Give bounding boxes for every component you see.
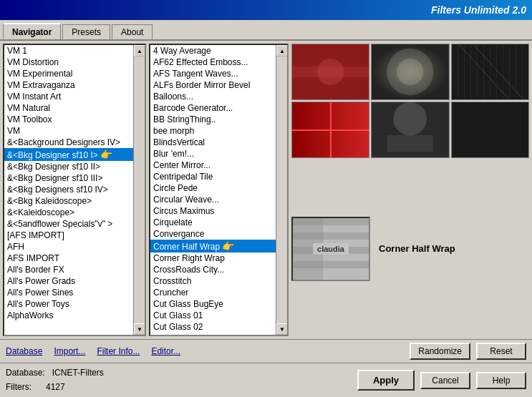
category-scrollbar[interactable]: ▲ ▼ <box>133 45 145 335</box>
preview-large-content: claudia <box>293 218 369 280</box>
randomize-button[interactable]: Randomize <box>410 343 470 360</box>
filter-item[interactable]: Circus Maximus <box>150 205 276 217</box>
filter-item[interactable]: Cut Glass 01 <box>150 310 276 321</box>
apply-button[interactable]: Apply <box>357 370 415 391</box>
category-list-panel: VM 1 VM Distortion VM Experimental VM Ex… <box>3 44 146 336</box>
preview-thumbnail-5 <box>371 102 449 158</box>
filter-item[interactable]: Cruncher <box>150 287 276 298</box>
filter-item[interactable]: Circular Weave... <box>150 194 276 205</box>
reset-button[interactable]: Reset <box>476 343 526 360</box>
list-item[interactable]: All's Power Toys <box>4 298 133 310</box>
status-bar: Database: ICNET-Filters Filters: 4127 Ap… <box>0 363 532 397</box>
list-item[interactable]: AFH <box>4 241 133 253</box>
tabs-bar: Navigator Presets About <box>0 20 532 41</box>
scroll-up-arrow[interactable]: ▲ <box>134 45 145 57</box>
preview-thumbnail-3 <box>451 44 529 100</box>
svg-rect-7 <box>452 44 528 99</box>
cancel-button[interactable]: Cancel <box>420 372 470 389</box>
list-item[interactable]: [AFS IMPORT] <box>4 230 133 241</box>
editor-link[interactable]: Editor... <box>151 346 180 356</box>
list-item[interactable]: VM 1 <box>4 45 133 57</box>
svg-point-2 <box>317 59 344 85</box>
preview-thumbnail-4 <box>291 102 369 158</box>
tab-presets[interactable]: Presets <box>62 24 110 39</box>
list-item[interactable]: All's Power Grads <box>4 275 133 287</box>
list-item[interactable]: &<Kaleidoscope> <box>4 207 133 218</box>
filter-item[interactable]: ALFs Border Mirror Bevel <box>150 79 276 91</box>
list-item[interactable]: AFS IMPORT <box>4 253 133 264</box>
scroll-up-arrow[interactable]: ▲ <box>276 45 287 57</box>
list-item[interactable]: VM Experimental <box>4 68 133 79</box>
filter-item[interactable]: BlindsVertical <box>150 137 276 148</box>
list-item[interactable]: &<Bkg Kaleidoscope> <box>4 195 133 207</box>
list-item[interactable]: All's Power Sines <box>4 287 133 298</box>
list-item[interactable]: VM Natural <box>4 102 133 114</box>
tab-navigator[interactable]: Navigator <box>3 23 61 39</box>
filter-item[interactable]: Center Mirror... <box>150 160 276 171</box>
filter-item[interactable]: AFS Tangent Waves... <box>150 68 276 79</box>
title-text: Filters Unlimited 2.0 <box>431 4 526 16</box>
list-item-selected[interactable]: &<Bkg Designer sf10 I> 👉 <box>4 148 133 161</box>
import-link[interactable]: Import... <box>54 346 85 356</box>
svg-line-8 <box>459 44 509 99</box>
database-link[interactable]: Database <box>6 346 42 356</box>
title-bar: Filters Unlimited 2.0 <box>0 0 532 20</box>
list-item[interactable]: All's Border FX <box>4 264 133 275</box>
svg-point-5 <box>397 59 423 85</box>
scroll-track[interactable] <box>276 57 287 323</box>
list-item[interactable]: &<Bkg Designer sf10 II> <box>4 161 133 172</box>
filter-item[interactable]: Circle Pede <box>150 182 276 194</box>
svg-rect-6 <box>452 44 528 99</box>
filter-item[interactable]: 4 Way Average <box>150 45 276 57</box>
filter-item[interactable]: BB StringThing.. <box>150 114 276 125</box>
filter-item[interactable]: Cut Glass 02 <box>150 321 276 333</box>
action-bar: Database Import... Filter Info... Editor… <box>0 339 532 363</box>
list-item[interactable]: VM Extravaganza <box>4 79 133 91</box>
filter-item[interactable]: Blur 'em!... <box>150 148 276 160</box>
svg-rect-16 <box>452 102 528 157</box>
filter-item[interactable]: Cut Glass BugEye <box>150 298 276 310</box>
help-button[interactable]: Help <box>476 372 526 389</box>
list-item[interactable]: VM Instant Art <box>4 91 133 102</box>
list-item[interactable]: &<Bkg Designers sf10 IV> <box>4 184 133 195</box>
filter-list[interactable]: 4 Way Average AF62 Effected Emboss... AF… <box>150 45 276 335</box>
svg-rect-15 <box>387 135 433 152</box>
filter-info-link[interactable]: Filter Info... <box>97 346 140 356</box>
list-item[interactable]: AlphaWorks <box>4 310 133 321</box>
main-container: Navigator Presets About VM 1 VM Distorti… <box>0 20 532 397</box>
category-scroll-container: VM 1 VM Distortion VM Experimental VM Ex… <box>4 45 145 335</box>
filter-item[interactable]: Convergance <box>150 228 276 240</box>
filter-item[interactable]: AF62 Effected Emboss... <box>150 57 276 68</box>
filter-item[interactable]: CrossRoads City... <box>150 264 276 275</box>
claudia-watermark: claudia <box>313 243 349 255</box>
filters-value: 4127 <box>46 382 65 392</box>
filter-list-panel: 4 Way Average AF62 Effected Emboss... AF… <box>149 44 289 336</box>
scroll-down-arrow[interactable]: ▼ <box>134 323 145 335</box>
filter-item[interactable]: Centripedal Tile <box>150 171 276 182</box>
list-item[interactable]: &<5andflower Specials"v" > <box>4 218 133 230</box>
filter-item[interactable]: Corner Right Wrap <box>150 253 276 264</box>
filter-item[interactable]: Balloons... <box>150 91 276 102</box>
list-item[interactable]: &<Bkg Designer sf10 III> <box>4 172 133 184</box>
database-status: Database: ICNET-Filters <box>6 366 104 380</box>
list-item[interactable]: VM Distortion <box>4 57 133 68</box>
filter-scrollbar[interactable]: ▲ ▼ <box>276 45 287 335</box>
scroll-down-arrow[interactable]: ▼ <box>276 323 287 335</box>
svg-rect-20 <box>293 218 369 225</box>
tab-about[interactable]: About <box>112 24 153 39</box>
list-item[interactable]: VM <box>4 125 133 137</box>
filter-item-selected[interactable]: Corner Half Wrap 👉 <box>150 240 276 253</box>
preview-main: claudia Corner Half Wrap <box>291 161 529 336</box>
filter-item[interactable]: Cirquelate <box>150 217 276 228</box>
filter-item[interactable]: bee morph <box>150 125 276 137</box>
list-item[interactable]: VM Toolbox <box>4 114 133 125</box>
preview-thumbnail-2 <box>371 44 449 100</box>
svg-point-4 <box>387 49 433 95</box>
category-list[interactable]: VM 1 VM Distortion VM Experimental VM Ex… <box>4 45 133 335</box>
preview-thumbnail-6 <box>451 102 529 158</box>
list-item[interactable]: &<Background Designers IV> <box>4 137 133 148</box>
status-info: Database: ICNET-Filters Filters: 4127 <box>6 366 104 393</box>
scroll-track[interactable] <box>134 57 145 323</box>
filter-item[interactable]: Crosstitch <box>150 275 276 287</box>
filter-item[interactable]: Barcode Generator... <box>150 102 276 114</box>
